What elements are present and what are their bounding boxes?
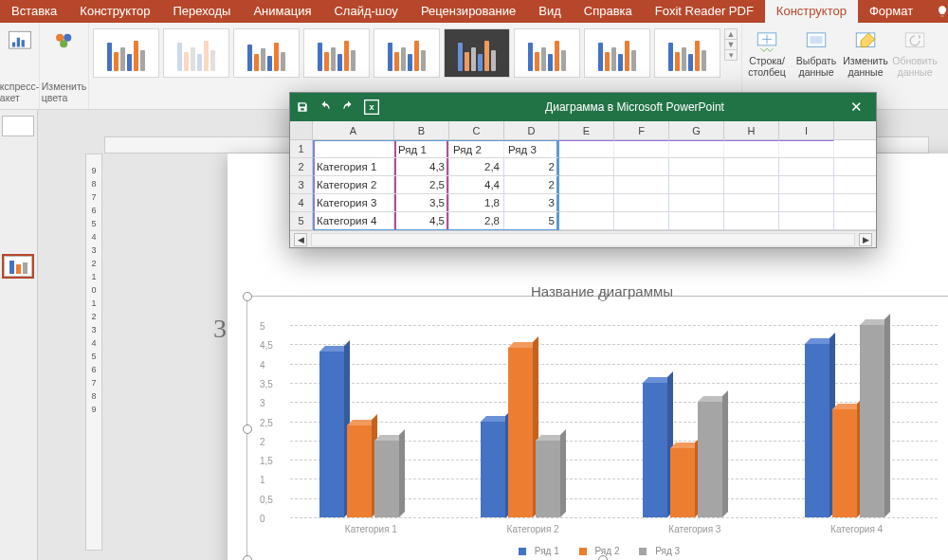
cell-C4[interactable]: 1,8 [449, 194, 504, 211]
y-tick: 5 [260, 321, 265, 332]
cell-C3[interactable]: 4,4 [449, 176, 504, 193]
col-E[interactable]: E [559, 121, 614, 139]
chart-style-5[interactable] [374, 28, 440, 78]
cell-E1[interactable] [559, 140, 614, 157]
save-icon[interactable] [296, 100, 309, 114]
col-G[interactable]: G [669, 121, 724, 139]
chart-style-1[interactable] [93, 28, 159, 78]
cell-C5[interactable]: 2,8 [449, 212, 504, 229]
cell-B4[interactable]: 3,5 [394, 194, 449, 211]
chart-bar[interactable] [698, 402, 722, 517]
chart-bar[interactable] [508, 348, 533, 517]
tab-designer[interactable]: Конструктор [68, 0, 161, 23]
bar-group: Категория 1 [319, 352, 423, 517]
tab-transitions[interactable]: Переходы [161, 0, 242, 23]
chart-style-9[interactable] [654, 28, 720, 78]
cell-A1[interactable] [313, 140, 394, 157]
svg-rect-3 [21, 40, 24, 46]
col-H[interactable]: H [724, 121, 779, 139]
excel-sheet[interactable]: A B C D E F G H I 1 Ряд 1 Ряд 2 Ряд 3 2 … [290, 121, 876, 230]
chart-object[interactable]: Название диаграммы 00,511,522,533,544,55… [246, 296, 948, 560]
col-A[interactable]: A [313, 121, 394, 139]
chart-style-7[interactable] [514, 28, 580, 78]
chart-bar[interactable] [670, 448, 695, 517]
tab-animation[interactable]: Анимация [242, 0, 322, 23]
excel-hscrollbar[interactable]: ◀ ▶ [290, 230, 876, 247]
chart-plot-area[interactable]: 00,511,522,533,544,55 Категория 1 Катего… [290, 325, 938, 517]
tab-foxit[interactable]: Foxit Reader PDF [644, 0, 765, 23]
chart-legend[interactable]: Ряд 1 Ряд 2 Ряд 3 [247, 546, 948, 556]
redo-icon[interactable] [341, 100, 355, 114]
row-4[interactable]: 4 [290, 194, 313, 211]
col-D[interactable]: D [504, 121, 559, 139]
row-5[interactable]: 5 [290, 212, 313, 229]
slide-thumb-current[interactable] [2, 254, 34, 279]
group-changecolors[interactable]: Изменить цвета [40, 23, 89, 109]
chart-style-3[interactable] [233, 28, 300, 78]
cell-C2[interactable]: 2,4 [449, 158, 504, 175]
chart-bar[interactable] [536, 441, 560, 517]
scroll-track[interactable] [311, 233, 855, 246]
scroll-left-button[interactable]: ◀ [294, 233, 307, 246]
cell-B2[interactable]: 4,3 [394, 158, 449, 175]
tab-chart-designer[interactable]: Конструктор [765, 0, 858, 23]
slide-thumb-blank[interactable] [2, 116, 34, 136]
col-F[interactable]: F [614, 121, 669, 139]
tab-slideshow[interactable]: Слайд-шоу [322, 0, 409, 23]
y-tick: 0,5 [260, 494, 273, 504]
cell-D1[interactable]: Ряд 3 [504, 140, 559, 157]
tab-review[interactable]: Рецензирование [410, 0, 527, 23]
tab-format[interactable]: Формат [858, 0, 924, 23]
select-all-corner[interactable] [290, 121, 313, 139]
cell-D2[interactable]: 2 [504, 158, 559, 175]
excel-titlebar[interactable]: x Диаграмма в Microsoft PowerPoint ✕ [290, 93, 876, 121]
chart-bar[interactable] [374, 441, 399, 517]
col-I[interactable]: I [779, 121, 834, 139]
tab-tellme[interactable]: Помощник [924, 0, 948, 23]
cell-D4[interactable]: 3 [504, 194, 559, 211]
chart-bar[interactable] [481, 422, 505, 518]
tab-help[interactable]: Справка [573, 0, 644, 23]
col-B[interactable]: B [394, 121, 449, 139]
tab-view[interactable]: Вид [527, 0, 573, 23]
gallery-more[interactable]: ▾ [725, 50, 737, 60]
row-1[interactable]: 1 [290, 140, 313, 157]
excel-data-window[interactable]: x Диаграмма в Microsoft PowerPoint ✕ A B… [289, 92, 877, 248]
bar-group: Категория 4 [805, 325, 908, 517]
chart-style-8[interactable] [584, 28, 650, 78]
legend-item-2: Ряд 2 [579, 546, 626, 556]
chart-bar[interactable] [643, 383, 667, 517]
cell-D3[interactable]: 2 [504, 176, 559, 193]
col-C[interactable]: C [449, 121, 504, 139]
cell-A4[interactable]: Категория 3 [313, 194, 394, 211]
tab-insert[interactable]: Вставка [0, 0, 68, 23]
cell-B5[interactable]: 4,5 [394, 212, 449, 229]
excel-close-button[interactable]: ✕ [843, 99, 870, 116]
group-quicklayout[interactable]: кспресс- акет [0, 23, 40, 109]
gallery-scroll-down[interactable]: ▼ [725, 40, 737, 50]
chart-bar[interactable] [319, 352, 344, 517]
svg-text:x: x [369, 102, 374, 112]
chart-bar[interactable] [805, 344, 830, 517]
cell-B1[interactable]: Ряд 1 [394, 140, 449, 157]
cell-D5[interactable]: 5 [504, 212, 559, 229]
chart-style-6[interactable] [444, 28, 510, 78]
cell-A3[interactable]: Категория 2 [313, 176, 394, 193]
cell-C1[interactable]: Ряд 2 [449, 140, 504, 157]
excel-app-icon[interactable]: x [364, 99, 379, 115]
chart-title[interactable]: Название диаграммы [247, 280, 948, 303]
cell-B3[interactable]: 2,5 [394, 176, 449, 193]
row-3[interactable]: 3 [290, 176, 313, 193]
chart-style-2[interactable] [163, 28, 229, 78]
chart-bar[interactable] [832, 409, 857, 517]
cell-A2[interactable]: Категория 1 [313, 158, 394, 175]
chart-bar[interactable] [347, 425, 372, 517]
chart-bar[interactable] [860, 325, 884, 517]
gallery-scroll-up[interactable]: ▲ [725, 29, 737, 40]
svg-rect-9 [811, 36, 823, 44]
undo-icon[interactable] [319, 100, 332, 114]
scroll-right-button[interactable]: ▶ [859, 233, 872, 246]
cell-A5[interactable]: Категория 4 [313, 212, 394, 229]
row-2[interactable]: 2 [290, 158, 313, 175]
chart-style-4[interactable] [303, 28, 370, 78]
